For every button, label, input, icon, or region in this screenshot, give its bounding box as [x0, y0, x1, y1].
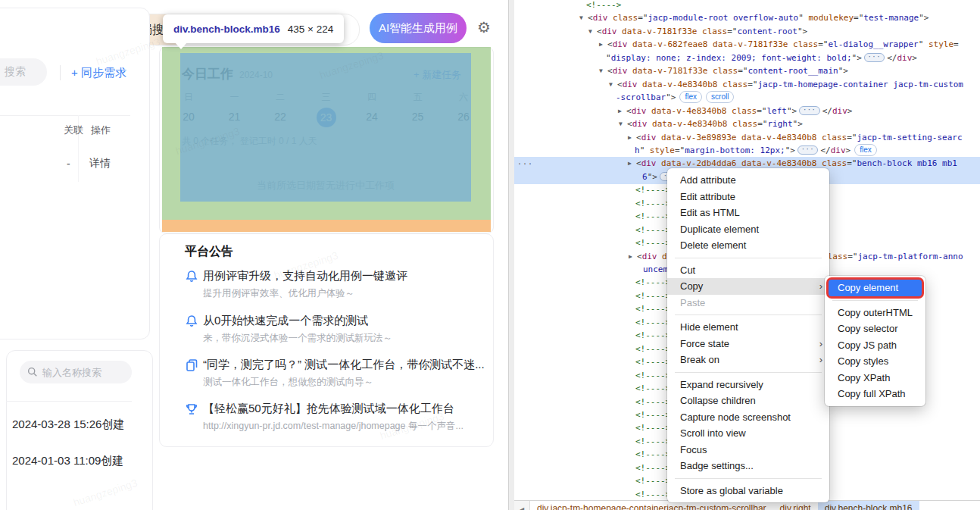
submenu-item-copy-selector[interactable]: Copy selector [825, 321, 925, 337]
list-item[interactable]: 2024-03-28 15:26创建 [12, 418, 124, 432]
code-token: "> [648, 172, 657, 182]
menu-item-copy[interactable]: Copy› [667, 278, 829, 295]
menu-item-edit-attribute[interactable]: Edit attribute [667, 189, 829, 205]
expand-arrow-icon[interactable]: ▶ [618, 105, 626, 117]
code-token: data-v-2db4dda6 [657, 158, 737, 168]
submenu-item-copy-outerhtml[interactable]: Copy outerHTML [825, 305, 925, 321]
code-token: <!----> [635, 463, 670, 473]
menu-item-expand-recursively[interactable]: Expand recursively [667, 377, 829, 393]
table-detail-link[interactable]: 详情 [89, 157, 111, 171]
settings-gear-icon[interactable]: ⚙ [477, 18, 491, 36]
breadcrumb-item[interactable]: div.bench-block.mb16 [818, 501, 919, 510]
menu-item-delete-element[interactable]: Delete element [667, 237, 829, 254]
code-token: class [726, 106, 757, 116]
menu-item-copy-element-annotated[interactable]: Copy element [829, 280, 922, 296]
menu-item-focus[interactable]: Focus [667, 442, 829, 458]
expand-node-icon[interactable]: ··· [799, 106, 819, 115]
code-line[interactable]: ▶<div data-v-3e89893e data-v-4e8340b8 cl… [514, 131, 980, 145]
code-token: "> [919, 13, 929, 23]
expand-arrow-icon[interactable]: ▶ [628, 157, 636, 170]
calendar-date[interactable]: 22 [265, 111, 295, 123]
code-line[interactable]: ▶<div data-v-682feae8 data-v-7181f33e cl… [514, 38, 980, 52]
breadcrumb-back-icon[interactable]: ◀ [514, 501, 530, 510]
menu-item-hide-element[interactable]: Hide element [667, 319, 829, 336]
code-token: <!----> [635, 490, 670, 499]
menu-separator [675, 314, 822, 315]
new-task-link[interactable]: + 新建任务 [414, 68, 461, 82]
code-line[interactable]: ▶<div data-v-4e8340b8 class="left">···</… [514, 105, 980, 118]
code-line[interactable]: "display: none; z-index: 2009; font-weig… [514, 52, 980, 65]
code-token: style [644, 145, 675, 155]
code-line[interactable]: ▼<div data-v-7181f33e class="content-roo… [514, 64, 980, 78]
submenu-item-copy-xpath[interactable]: Copy XPath [825, 370, 925, 386]
code-token: =" [747, 80, 757, 89]
layout-badge[interactable]: scroll [706, 91, 734, 103]
menu-item-edit-as-html[interactable]: Edit as HTML [667, 205, 829, 221]
expand-arrow-icon[interactable]: ▶ [628, 131, 636, 144]
expand-node-icon[interactable]: ··· [797, 145, 818, 155]
sidebar-search-input[interactable]: 搜索 [0, 58, 47, 86]
expand-arrow-icon[interactable]: ▶ [599, 38, 607, 51]
code-token: data-v-682feae8 [628, 39, 708, 49]
code-token: div [613, 66, 628, 76]
code-token: data-v-7181f33e [628, 66, 708, 76]
code-token: " [606, 53, 611, 63]
menu-item-cut[interactable]: Cut [667, 262, 829, 279]
code-line[interactable]: ▼<div data-v-7181f33e class="content-roo… [514, 25, 980, 39]
submenu-item-copy-styles[interactable]: Copy styles [825, 353, 925, 370]
submenu-arrow-icon: › [819, 278, 822, 295]
code-line[interactable]: ▼<div data-v-4e8340b8 class="jacp-tm-hom… [514, 78, 980, 92]
code-line[interactable]: h" style="margin-bottom: 12px;">···</div… [514, 144, 980, 158]
calendar-date[interactable]: 26 [448, 111, 479, 123]
collapse-arrow-icon[interactable]: ▼ [619, 117, 627, 130]
code-line[interactable]: <!----> [514, 0, 980, 12]
menu-item-break-on[interactable]: Break on› [667, 352, 829, 368]
code-line[interactable]: ▼<div data-v-4e8340b8 class="right"> [514, 117, 980, 131]
menu-item-force-state[interactable]: Force state› [667, 336, 829, 352]
code-token: el-dialog__wrapper [828, 39, 918, 49]
submenu-item-copy-full-xpath[interactable]: Copy full XPath [825, 386, 925, 402]
calendar-date[interactable]: 20 [173, 111, 204, 123]
code-token: =" [727, 27, 737, 36]
expand-node-icon[interactable]: ··· [864, 53, 885, 62]
collapse-arrow-icon[interactable]: ▼ [599, 64, 607, 77]
bell-icon [185, 314, 198, 328]
list-item[interactable]: 2024-01-03 11:09创建 [12, 454, 123, 468]
code-line[interactable]: ▼<div class="jacp-module-root overflow-a… [514, 11, 980, 25]
magnifier-icon [27, 367, 38, 377]
sidebar-search-placeholder: 搜索 [5, 65, 26, 79]
menu-item-scroll-into-view[interactable]: Scroll into view [667, 425, 829, 442]
expand-arrow-icon[interactable]: ▶ [629, 250, 637, 263]
menu-item-badge-settings-[interactable]: Badge settings... [667, 458, 829, 474]
code-token: "> [787, 106, 797, 116]
layout-badge[interactable]: flex [679, 91, 702, 103]
collapse-arrow-icon[interactable]: ▼ [579, 11, 588, 24]
code-token: div [602, 27, 617, 36]
collapse-arrow-icon[interactable]: ▼ [588, 25, 597, 38]
collapse-arrow-icon[interactable]: ▼ [609, 78, 617, 91]
code-line[interactable]: -scrollbar">flexscroll [514, 91, 980, 105]
calendar-date-selected[interactable]: 23 [317, 108, 336, 127]
code-token: <!----> [635, 330, 670, 340]
code-token: =" [675, 145, 685, 155]
menu-item-duplicate-element[interactable]: Duplicate element [667, 221, 829, 238]
calendar-date[interactable]: 21 [220, 111, 250, 123]
code-token: < [597, 27, 602, 36]
sync-requirements-link[interactable]: + 同步需求 [71, 66, 126, 80]
menu-item-add-attribute[interactable]: Add attribute [667, 172, 829, 189]
code-token: < [626, 106, 632, 116]
menu-item-collapse-children[interactable]: Collapse children [667, 393, 829, 409]
announcement-title: “同学，测完了吗？” 测试一体化工作台，带你测试不迷... [203, 358, 485, 372]
calendar-title: 今日工作 [182, 65, 233, 83]
layout-badge[interactable]: flex [854, 144, 877, 156]
menu-item-capture-node-screenshot[interactable]: Capture node screenshot [667, 409, 829, 426]
name-search-input[interactable]: 输入名称搜索 [20, 361, 132, 383]
menu-item-store-as-global-variable[interactable]: Store as global variable [667, 483, 829, 499]
row-more-icon[interactable]: ··· [517, 158, 533, 171]
calendar-summary: 共 0 个任务， 登记工时 0 / 1 人天 [182, 135, 317, 148]
submenu-item-copy-js-path[interactable]: Copy JS path [825, 337, 925, 354]
code-token: < [607, 66, 613, 76]
calendar-date[interactable]: 25 [403, 111, 433, 123]
ai-generate-button[interactable]: AI智能生成用例 [370, 13, 467, 43]
calendar-date[interactable]: 24 [357, 111, 387, 123]
